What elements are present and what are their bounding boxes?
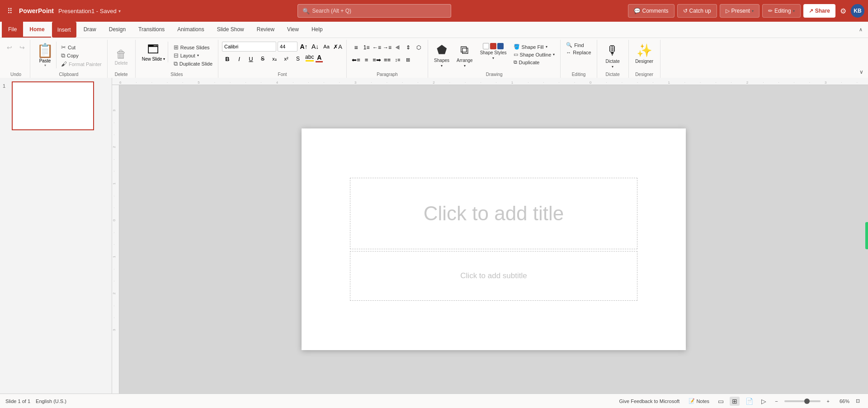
decrease-indent-button[interactable]: ←≡ [372, 43, 382, 52]
tab-review[interactable]: Review [250, 22, 281, 38]
align-right-button[interactable]: ≡➡ [372, 55, 382, 65]
shapes-button[interactable]: ⬟ Shapes ▾ [432, 42, 452, 69]
underline-button[interactable]: U [245, 54, 256, 64]
duplicate-button[interactable]: ⧉ Duplicate [512, 59, 557, 66]
reuse-slides-button[interactable]: ⊞ Reuse Slides [172, 43, 214, 51]
tab-insert[interactable]: Insert [52, 22, 76, 38]
clear-formatting-button[interactable]: ✗A [333, 42, 343, 52]
slide-frame[interactable]: Click to add title Click to add subtitle [302, 128, 686, 350]
tab-transitions[interactable]: Transitions [132, 22, 171, 38]
designer-button[interactable]: ✨ Designer [633, 42, 656, 65]
column-button[interactable]: ⫷ [393, 43, 403, 52]
replace-button[interactable]: ↔ Replace [564, 49, 593, 56]
text-shadow-button[interactable]: S [292, 54, 303, 64]
feedback-button[interactable]: Give Feedback to Microsoft [616, 398, 682, 405]
undo-button[interactable]: ↩ [4, 42, 15, 53]
cut-button[interactable]: ✂ Cut [59, 43, 104, 51]
tab-view[interactable]: View [281, 22, 305, 38]
present-button[interactable]: ▷ Present ▾ [720, 4, 760, 18]
change-case-button[interactable]: Aa [321, 42, 331, 52]
ribbon-group-delete: 🗑 Delete Delete [108, 40, 136, 78]
designer-icon: ✨ [637, 43, 652, 58]
tab-draw[interactable]: Draw [77, 22, 103, 38]
ribbon-group-dictate: 🎙 Dictate ▾ Dictate [597, 40, 629, 78]
tab-slideshow[interactable]: Slide Show [211, 22, 250, 38]
font-color-button[interactable]: A [316, 54, 323, 64]
highlight-button[interactable]: abc [305, 54, 314, 64]
duplicate-slide-button[interactable]: ⧉ Duplicate Slide [172, 60, 214, 68]
ribbon-expand-btn[interactable]: ∨ [857, 40, 866, 78]
tab-file[interactable]: File [2, 22, 23, 38]
font-size-input[interactable] [278, 42, 297, 52]
tab-animations[interactable]: Animations [171, 22, 210, 38]
fit-slide-button[interactable]: ⊡ [853, 397, 863, 405]
avatar[interactable]: KB [851, 4, 864, 18]
reading-view-button[interactable]: 📄 [743, 397, 755, 406]
slide-thumb-1[interactable]: 1 [3, 81, 109, 130]
dictate-button[interactable]: 🎙 Dictate ▾ [603, 42, 623, 70]
app-grid-icon[interactable]: ⠿ [4, 5, 16, 17]
comments-button[interactable]: 💬 Comments [628, 4, 675, 18]
shape-fill-button[interactable]: 🪣 Shape Fill ▾ [512, 43, 557, 50]
share-button[interactable]: ↗ Share [803, 4, 835, 18]
redo-button[interactable]: ↪ [16, 42, 28, 53]
font-name-input[interactable] [222, 42, 276, 52]
shape-styles-button[interactable]: Shape Styles ▾ [478, 42, 509, 62]
align-center-button[interactable]: ≡ [362, 55, 372, 65]
search-box[interactable]: 🔍 [297, 4, 451, 18]
delete-button[interactable]: 🗑 Delete [111, 46, 132, 67]
align-left-button[interactable]: ⬅≡ [351, 55, 361, 65]
superscript-button[interactable]: x² [281, 54, 292, 64]
tab-help[interactable]: Help [305, 22, 329, 38]
arrange-button[interactable]: ⧉ Arrange ▾ [454, 42, 475, 69]
delete-label: Delete [115, 61, 128, 66]
strikethrough-button[interactable]: S [257, 54, 268, 64]
cut-label: Cut [68, 45, 75, 50]
paragraph-expand-button[interactable]: ⊞ [403, 55, 413, 65]
shape-outline-button[interactable]: ▭ Shape Outline ▾ [512, 51, 557, 58]
slide-sorter-button[interactable]: ⊞ [730, 397, 740, 406]
italic-button[interactable]: I [234, 54, 245, 64]
tab-home[interactable]: Home [23, 22, 51, 38]
zoom-slider[interactable] [784, 400, 821, 402]
decrease-font-button[interactable]: A↓ [310, 42, 320, 52]
copy-button[interactable]: ⧉ Copy [59, 52, 104, 60]
find-button[interactable]: 🔍 Find [564, 42, 585, 48]
subscript-button[interactable]: x₂ [269, 54, 280, 64]
catchup-button[interactable]: ↺ Catch up [677, 4, 717, 18]
normal-view-button[interactable]: ▭ [716, 397, 726, 406]
language-indicator: English (U.S.) [36, 399, 66, 404]
convert-smartart-button[interactable]: ⬡ [414, 43, 424, 52]
delete-group-label: Delete [111, 72, 132, 78]
justify-button[interactable]: ≡≡ [382, 55, 392, 65]
layout-button[interactable]: ⊟ Layout ▾ [172, 52, 214, 59]
title-placeholder[interactable]: Click to add title [350, 178, 637, 249]
ribbon-collapse-btn[interactable]: ∧ [855, 27, 866, 33]
increase-font-button[interactable]: A↑ [299, 42, 309, 52]
slideshow-view-button[interactable]: ▷ [759, 397, 769, 406]
settings-icon[interactable]: ⚙ [838, 5, 848, 17]
bullets-button[interactable]: ≡ [351, 43, 361, 52]
copy-label: Copy [67, 53, 79, 58]
editing-button[interactable]: ✏ Editing ▾ [762, 4, 801, 18]
increase-indent-button[interactable]: →≡ [382, 43, 392, 52]
slide-thumbnail-1[interactable] [12, 81, 94, 130]
numbered-list-button[interactable]: 1≡ [362, 43, 372, 52]
notes-button[interactable]: 📝 Notes [686, 397, 712, 405]
paste-dropdown-arrow: ▾ [44, 63, 46, 67]
tab-design[interactable]: Design [103, 22, 132, 38]
paste-button[interactable]: 📋 Paste ▾ [34, 42, 57, 68]
text-direction-button[interactable]: ⇕ [403, 43, 413, 52]
search-input[interactable] [312, 8, 446, 14]
layout-dropdown: ▾ [197, 53, 199, 57]
zoom-in-button[interactable]: + [824, 398, 832, 405]
arrange-dropdown: ▾ [464, 64, 466, 68]
bold-button[interactable]: B [222, 54, 233, 64]
canvas-body: 3··2··1··0··1··2··3 Click to add title C… [112, 85, 868, 394]
subtitle-placeholder[interactable]: Click to add subtitle [350, 251, 637, 301]
format-painter-button[interactable]: 🖌 Format Painter [59, 60, 104, 68]
zoom-out-button[interactable]: − [772, 398, 780, 405]
line-spacing-button[interactable]: ↕≡ [393, 55, 403, 65]
designer-panel-accent[interactable] [865, 222, 868, 249]
new-slide-button[interactable]: 🗔 New Slide ▾ [139, 42, 168, 62]
